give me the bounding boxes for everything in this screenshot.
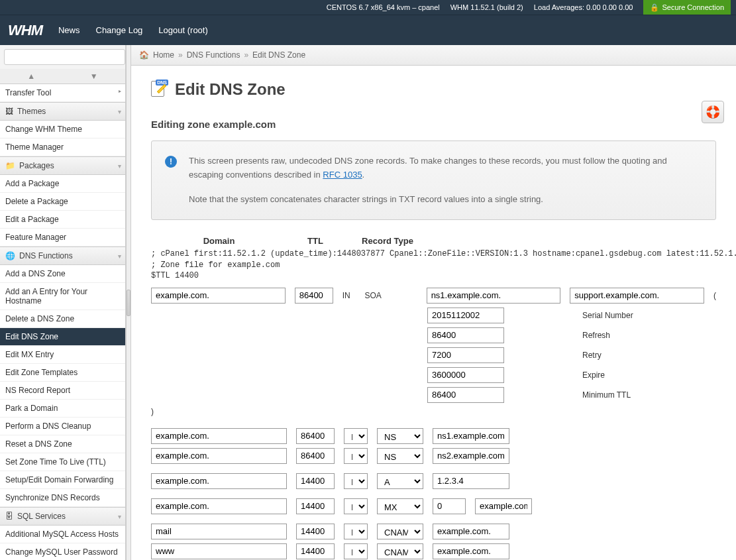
sidebar-item[interactable]: Theme Manager bbox=[0, 139, 125, 156]
breadcrumb: 🏠 Home » DNS Functions » Edit DNS Zone bbox=[131, 45, 736, 66]
sidebar-item[interactable]: Edit a Package bbox=[0, 211, 125, 229]
record-ttl-input[interactable] bbox=[296, 543, 335, 559]
record-class-select[interactable]: IN bbox=[344, 473, 368, 489]
sidebar-item[interactable]: Set Zone Time To Live (TTL) bbox=[0, 453, 125, 471]
soa-expire-input[interactable] bbox=[427, 367, 504, 383]
zone-file-comment: ; cPanel first:11.52.1.2 (update_time):1… bbox=[151, 249, 716, 281]
sidebar-header[interactable]: 📁Packages▾ bbox=[0, 156, 125, 175]
record-value-input[interactable] bbox=[475, 498, 532, 514]
info-box: ! This screen presents raw, undecoded DN… bbox=[151, 140, 716, 220]
soa-domain-input[interactable] bbox=[151, 288, 286, 304]
breadcrumb-page: Edit DNS Zone bbox=[252, 50, 305, 60]
soa-refresh-label: Refresh bbox=[582, 331, 610, 340]
sidebar-item[interactable]: Feature Manager bbox=[0, 229, 125, 247]
sidebar-item[interactable]: Add a DNS Zone bbox=[0, 265, 125, 283]
soa-ttl-input[interactable] bbox=[295, 288, 333, 304]
soa-serial-input[interactable] bbox=[427, 308, 504, 323]
record-type-select[interactable]: CNAME bbox=[377, 524, 423, 539]
sidebar-item[interactable]: Change MySQL User Password bbox=[0, 543, 125, 560]
breadcrumb-category[interactable]: DNS Functions bbox=[187, 50, 240, 60]
main-nav: WHM News Change Log Logout (root) bbox=[0, 15, 736, 45]
record-domain-input[interactable] bbox=[151, 428, 287, 444]
sidebar-item[interactable]: Add a Package bbox=[0, 175, 125, 193]
section-icon: 🌐 bbox=[5, 251, 15, 260]
sidebar-item[interactable]: NS Record Report bbox=[0, 382, 125, 400]
splitter-grip-icon[interactable] bbox=[127, 290, 131, 316]
sidebar-item[interactable]: Perform a DNS Cleanup bbox=[0, 418, 125, 435]
record-class-select[interactable]: IN bbox=[344, 498, 368, 514]
sidebar-item[interactable]: Delete a Package bbox=[0, 193, 125, 211]
top-status-bar: CENTOS 6.7 x86_64 kvm – cpanel WHM 11.52… bbox=[0, 0, 736, 15]
section-icon: 📁 bbox=[5, 161, 15, 170]
whm-version: WHM 11.52.1 (build 2) bbox=[450, 0, 523, 15]
record-domain-input[interactable] bbox=[151, 498, 287, 514]
soa-ns-input[interactable] bbox=[427, 288, 561, 304]
page-title: Edit DNS Zone bbox=[175, 80, 286, 99]
record-class-select[interactable]: IN bbox=[344, 428, 368, 444]
record-domain-input[interactable] bbox=[151, 448, 287, 464]
collapse-up-icon[interactable]: ▲ bbox=[0, 69, 63, 84]
record-domain-input[interactable] bbox=[151, 473, 287, 489]
sidebar-item[interactable]: Edit MX Entry bbox=[0, 346, 125, 364]
record-ttl-input[interactable] bbox=[296, 498, 335, 514]
soa-email-input[interactable] bbox=[570, 288, 704, 304]
record-value-input[interactable] bbox=[433, 448, 509, 464]
record-ttl-input[interactable] bbox=[296, 524, 335, 539]
nav-logout[interactable]: Logout (root) bbox=[158, 25, 207, 35]
record-value-input[interactable] bbox=[433, 428, 509, 444]
dns-column-headers: Domain TTL Record Type bbox=[151, 236, 716, 246]
record-type-select[interactable]: A bbox=[377, 473, 423, 489]
sidebar-item[interactable]: Delete a DNS Zone bbox=[0, 310, 125, 328]
home-icon: 🏠 bbox=[139, 50, 149, 60]
sidebar-header[interactable]: 🗄SQL Services▾ bbox=[0, 507, 125, 526]
sidebar-item[interactable]: Add an A Entry for Your Hostname bbox=[0, 283, 125, 310]
col-domain: Domain bbox=[151, 236, 287, 246]
sidebar-collapse-toggles: ▲ ▼ bbox=[0, 69, 125, 84]
splitter[interactable] bbox=[126, 45, 131, 560]
record-domain-input[interactable] bbox=[151, 524, 287, 539]
dns-record-row: INCNAME bbox=[151, 524, 716, 539]
record-type-select[interactable]: NS bbox=[377, 448, 423, 464]
sidebar-item[interactable]: Edit Zone Templates bbox=[0, 364, 125, 382]
record-class-select[interactable]: IN bbox=[344, 448, 368, 464]
sidebar-item[interactable]: Setup/Edit Domain Forwarding bbox=[0, 471, 125, 489]
record-class-select[interactable]: IN bbox=[344, 524, 368, 539]
soa-retry-input[interactable] bbox=[427, 347, 504, 363]
record-value-input[interactable] bbox=[433, 543, 509, 559]
sidebar-item[interactable]: Park a Domain bbox=[0, 400, 125, 418]
help-button[interactable]: 🛟 bbox=[702, 101, 724, 123]
record-ttl-input[interactable] bbox=[296, 448, 335, 464]
record-type-select[interactable]: NS bbox=[377, 428, 423, 444]
edit-dns-zone-icon: DNS bbox=[151, 81, 168, 98]
whm-logo[interactable]: WHM bbox=[8, 22, 42, 39]
sidebar-item[interactable]: Additional MySQL Access Hosts bbox=[0, 526, 125, 543]
nav-news[interactable]: News bbox=[58, 25, 80, 35]
dns-record-row: INNS bbox=[151, 448, 716, 464]
section-label: Themes bbox=[17, 107, 46, 116]
record-type-select[interactable]: MX bbox=[377, 498, 423, 514]
sidebar-item[interactable]: Edit DNS Zone bbox=[0, 328, 125, 346]
nav-changelog[interactable]: Change Log bbox=[96, 25, 143, 35]
record-domain-input[interactable] bbox=[151, 543, 287, 559]
record-value-input[interactable] bbox=[433, 473, 509, 489]
record-type-select[interactable]: CNAME bbox=[377, 543, 423, 559]
record-ttl-input[interactable] bbox=[296, 428, 335, 444]
sidebar-item[interactable]: Synchronize DNS Records bbox=[0, 489, 125, 507]
record-ttl-input[interactable] bbox=[296, 473, 335, 489]
sidebar-item[interactable]: Change WHM Theme bbox=[0, 121, 125, 139]
soa-minttl-input[interactable] bbox=[427, 387, 504, 403]
sidebar-search-input[interactable] bbox=[4, 49, 125, 65]
soa-refresh-input[interactable] bbox=[427, 327, 504, 343]
rfc-1035-link[interactable]: RFC 1035 bbox=[323, 170, 362, 180]
dns-record-row: INMX bbox=[151, 498, 716, 514]
sidebar-item[interactable]: Reset a DNS Zone bbox=[0, 435, 125, 453]
dns-record-row: INA bbox=[151, 473, 716, 489]
record-class-select[interactable]: IN bbox=[344, 543, 368, 559]
sidebar-item[interactable]: Transfer Tool bbox=[0, 84, 125, 102]
sidebar-header[interactable]: 🌐DNS Functions▾ bbox=[0, 247, 125, 265]
sidebar-header[interactable]: 🖼Themes▾ bbox=[0, 102, 125, 121]
record-priority-input[interactable] bbox=[433, 498, 466, 514]
record-value-input[interactable] bbox=[433, 524, 509, 539]
breadcrumb-home[interactable]: Home bbox=[153, 50, 174, 60]
collapse-down-icon[interactable]: ▼ bbox=[63, 69, 126, 84]
